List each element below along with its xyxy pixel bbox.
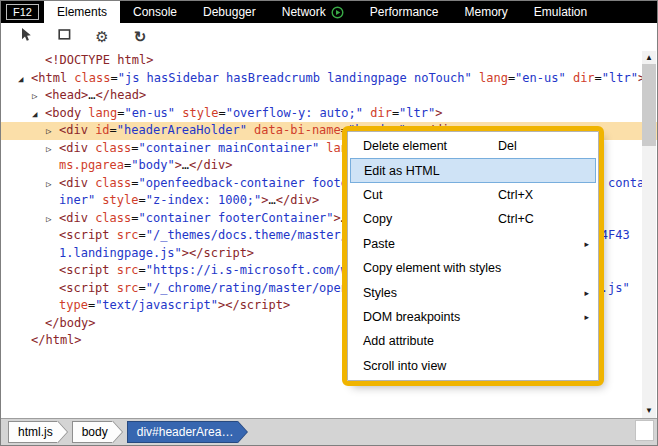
menu-item-label: DOM breakpoints bbox=[363, 310, 460, 324]
code-token bbox=[247, 123, 254, 137]
code-token: src bbox=[117, 228, 139, 242]
code-token: 1.landingpage.js" bbox=[59, 246, 182, 260]
code-token: ></script> bbox=[182, 246, 254, 260]
code-token: = bbox=[595, 71, 602, 85]
inspect-arrow-icon bbox=[19, 27, 34, 46]
settings-gear-button[interactable]: ⚙ bbox=[91, 26, 113, 48]
menu-item-label: Copy bbox=[363, 212, 392, 226]
devtools-window: F12 ElementsConsoleDebuggerNetworkPerfor… bbox=[0, 0, 658, 446]
dom-tree-node[interactable]: ◢<html class="js hasSidebar hasBreadcrum… bbox=[1, 70, 657, 88]
code-token: ms.pgarea bbox=[59, 158, 124, 172]
vertical-scrollbar[interactable]: ▲ ▼ bbox=[642, 51, 656, 418]
code-token: "container footerContainer" bbox=[138, 211, 333, 225]
context-menu-item-cut[interactable]: CutCtrl+X bbox=[348, 183, 598, 207]
tab-elements[interactable]: Elements bbox=[44, 1, 120, 23]
devtools-tabbar: F12 ElementsConsoleDebuggerNetworkPerfor… bbox=[1, 1, 657, 23]
code-token: "headerAreaHolder" bbox=[117, 123, 247, 137]
breadcrumb-item-html-js[interactable]: html.js bbox=[8, 421, 58, 443]
context-menu-item-edit-as-html[interactable]: Edit as HTML bbox=[350, 158, 596, 182]
scrollbar-corner bbox=[635, 420, 654, 441]
tab-label: Network bbox=[282, 5, 326, 19]
code-token: "en-us" bbox=[515, 71, 566, 85]
context-menu-item-copy[interactable]: CopyCtrl+C bbox=[348, 207, 598, 231]
context-menu-item-styles[interactable]: Styles▸ bbox=[348, 280, 598, 304]
code-token: … bbox=[182, 158, 189, 172]
tab-list: ElementsConsoleDebuggerNetworkPerformanc… bbox=[44, 1, 600, 23]
code-token: </div> bbox=[189, 158, 232, 172]
tree-collapsed-arrow-icon[interactable]: ▷ bbox=[46, 211, 51, 228]
tab-label: Performance bbox=[370, 5, 439, 19]
code-token: = bbox=[110, 71, 117, 85]
code-token: <script bbox=[59, 281, 117, 295]
elements-toolbar: ⚙↻ bbox=[1, 23, 657, 50]
scrollbar-thumb[interactable] bbox=[642, 64, 656, 146]
tree-expanded-arrow-icon[interactable]: ◢ bbox=[18, 71, 23, 88]
tab-performance[interactable]: Performance bbox=[357, 1, 452, 23]
code-token: "z-index: 1000;" bbox=[146, 193, 262, 207]
highlight-box-button[interactable] bbox=[53, 26, 75, 48]
code-token: <body bbox=[45, 106, 88, 120]
scrollbar-up-icon[interactable]: ▲ bbox=[642, 53, 656, 63]
tab-memory[interactable]: Memory bbox=[451, 1, 520, 23]
tree-collapsed-arrow-icon[interactable]: ▷ bbox=[46, 141, 51, 158]
tab-debugger[interactable]: Debugger bbox=[190, 1, 269, 23]
tree-collapsed-arrow-icon[interactable]: ▷ bbox=[46, 123, 51, 140]
context-menu: Delete elementDelEdit as HTMLCutCtrl+XCo… bbox=[347, 131, 599, 381]
context-menu-item-dom-breakpoints[interactable]: DOM breakpoints▸ bbox=[348, 305, 598, 329]
code-token: "en-us" bbox=[125, 106, 176, 120]
tab-emulation[interactable]: Emulation bbox=[521, 1, 600, 23]
menu-item-label: Copy element with styles bbox=[363, 261, 501, 275]
menu-item-label: Edit as HTML bbox=[364, 164, 440, 178]
code-token: = bbox=[138, 281, 145, 295]
dom-tree-node[interactable]: ▷<head>…</head> bbox=[1, 87, 657, 105]
tab-network[interactable]: Network bbox=[269, 1, 357, 23]
breadcrumb-label: body bbox=[82, 425, 108, 439]
code-token: "text/javascript" bbox=[95, 298, 218, 312]
code-token: style bbox=[182, 106, 218, 120]
refresh-dom-button[interactable]: ↻ bbox=[129, 26, 151, 48]
code-token: "js hasSidebar hasBreadcrumb landingpage… bbox=[118, 71, 472, 85]
code-token: id bbox=[95, 123, 109, 137]
code-token: src bbox=[117, 263, 139, 277]
tree-collapsed-arrow-icon[interactable]: ▷ bbox=[32, 88, 37, 105]
breadcrumb-label: html.js bbox=[18, 425, 53, 439]
context-menu-item-add-attribute[interactable]: Add attribute bbox=[348, 329, 598, 353]
dom-tree-node[interactable]: ◢<body lang="en-us" style="overflow-y: a… bbox=[1, 105, 657, 123]
code-token: > bbox=[435, 106, 442, 120]
tree-collapsed-arrow-icon[interactable]: ▷ bbox=[46, 176, 51, 193]
inspect-arrow-button[interactable] bbox=[15, 26, 37, 48]
code-token bbox=[566, 71, 573, 85]
code-token: class bbox=[74, 71, 110, 85]
menu-item-shortcut: Ctrl+X bbox=[498, 188, 533, 202]
code-token: type bbox=[59, 298, 88, 312]
code-token: = bbox=[117, 106, 124, 120]
menu-item-shortcut: Ctrl+C bbox=[498, 212, 534, 226]
code-token: lang bbox=[479, 71, 508, 85]
code-token: "ltr" bbox=[602, 71, 638, 85]
code-token: class bbox=[95, 211, 131, 225]
tree-expanded-arrow-icon[interactable]: ◢ bbox=[32, 106, 37, 123]
code-token: class bbox=[95, 141, 131, 155]
code-token: <html bbox=[31, 71, 74, 85]
menu-item-label: Scroll into view bbox=[363, 359, 446, 373]
tab-label: Memory bbox=[464, 5, 507, 19]
tab-label: Console bbox=[133, 5, 177, 19]
code-token: <head> bbox=[45, 88, 88, 102]
code-token bbox=[472, 71, 479, 85]
context-menu-item-delete-element[interactable]: Delete elementDel bbox=[348, 134, 598, 158]
code-token: = bbox=[138, 228, 145, 242]
dom-tree-node[interactable]: <!DOCTYPE html> bbox=[1, 52, 657, 70]
code-token: dir bbox=[573, 71, 595, 85]
context-menu-item-copy-element-with-styles[interactable]: Copy element with styles bbox=[348, 256, 598, 280]
scrollbar-down-icon[interactable]: ▼ bbox=[642, 406, 656, 416]
breadcrumb-item-div-headerarea[interactable]: div#headerArea… bbox=[127, 421, 239, 443]
code-token: <div bbox=[59, 123, 95, 137]
context-menu-item-paste[interactable]: Paste▸ bbox=[348, 232, 598, 256]
breadcrumb-item-body[interactable]: body bbox=[72, 421, 113, 443]
code-token: = bbox=[110, 123, 117, 137]
context-menu-item-scroll-into-view[interactable]: Scroll into view bbox=[348, 354, 598, 378]
tab-console[interactable]: Console bbox=[120, 1, 190, 23]
code-token: lang bbox=[88, 106, 117, 120]
code-token: dir bbox=[370, 106, 392, 120]
play-circle-icon bbox=[331, 6, 344, 19]
